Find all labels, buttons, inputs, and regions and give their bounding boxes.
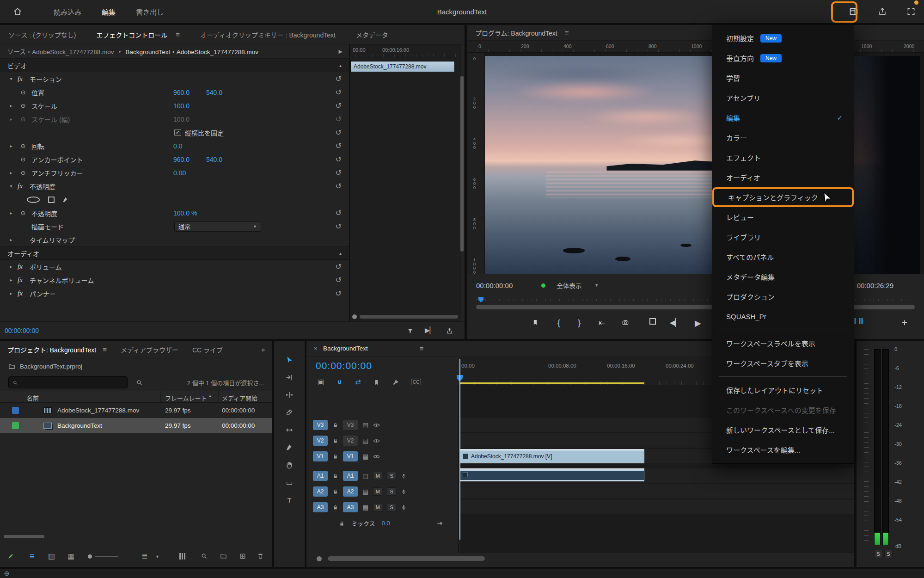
effect-opacity[interactable]: ▾ fx 不透明度 ↺ [0, 179, 349, 193]
effect-panner[interactable]: ▸ fx パンナー ↺ [0, 287, 349, 300]
panel-menu-icon[interactable]: ≡ [176, 31, 180, 38]
delete-icon[interactable] [257, 552, 264, 560]
label-color-chip[interactable] [12, 407, 19, 414]
lock-icon[interactable] [332, 488, 338, 495]
workspace-menu-item[interactable]: 編集 ✓ [712, 108, 854, 128]
stopwatch-icon[interactable]: ⊙ [18, 156, 28, 163]
reset-icon[interactable]: ↺ [336, 88, 342, 97]
sort-ascending-icon[interactable]: ▲ [208, 394, 212, 398]
mode-tab[interactable]: 読み込み [54, 7, 81, 17]
source-patch-button[interactable]: A1 [313, 471, 328, 481]
stopwatch-icon[interactable]: ⊙ [18, 89, 28, 96]
sequence-tab[interactable]: BackgroundText [323, 345, 368, 352]
chevron-down-icon[interactable]: ▾ [7, 184, 15, 189]
solo-button[interactable]: S [884, 550, 893, 558]
play-button[interactable]: ▶ [695, 318, 701, 328]
audio-section-header[interactable]: オーディオ ▴ [0, 246, 349, 260]
item-name[interactable]: AdobeStock_177477288.mov [57, 407, 139, 414]
chevron-right-icon[interactable]: ▸ [7, 143, 15, 148]
workspace-menu-item[interactable]: カラー ✓ [712, 128, 854, 148]
effect-controls-scrollbar[interactable] [460, 76, 464, 252]
chevron-right-icon[interactable]: ▸ [7, 291, 15, 296]
track-select-forward-tool[interactable] [282, 371, 296, 383]
slip-tool[interactable] [282, 424, 296, 436]
video-clip[interactable]: AdobeStock_177477288.mov [V] [460, 449, 644, 463]
panel-menu-icon[interactable]: ≡ [420, 344, 424, 352]
workspace-menu-item[interactable]: すべてのパネル ✓ [712, 247, 854, 267]
mute-button[interactable]: M [373, 472, 382, 480]
step-back-button[interactable]: ◀▏ [670, 318, 681, 327]
mix-value[interactable]: 0.0 [382, 520, 390, 527]
effect-controls-timecode[interactable]: 00:00:00:00 [5, 327, 39, 334]
hand-tool[interactable] [282, 459, 296, 471]
home-button[interactable] [13, 7, 22, 16]
pen-tool[interactable] [282, 442, 296, 453]
track-target-button[interactable]: V2 [343, 436, 358, 446]
mode-tab[interactable]: 編集 [102, 7, 116, 17]
chevron-right-icon[interactable]: ▸ [7, 264, 15, 269]
project-file-row[interactable]: BackgroundText.prproj [0, 358, 272, 374]
mini-timeline-ruler[interactable]: 00:0000:00:16:00 [350, 44, 461, 57]
workspace-menu-item[interactable]: オーディオ ✓ [712, 167, 854, 187]
tab-audio-clip-mixer[interactable]: オーディオクリップミキサー : BackgroundText [200, 30, 336, 39]
pen-mask-icon[interactable] [62, 196, 69, 203]
chevron-right-icon[interactable]: ▸ [7, 170, 15, 175]
zoom-slider-handle[interactable] [88, 554, 92, 559]
opacity-value[interactable]: 100.0 % [173, 209, 197, 217]
zoom-level-dropdown[interactable]: 全体表示 ▼ [557, 281, 599, 290]
track-keyframe-icon[interactable]: ▤ [362, 472, 368, 480]
project-item-row[interactable]: BackgroundText 29.97 fps 00:00:00:00 [0, 418, 272, 433]
tab-source[interactable]: ソース : (クリップなし) [8, 30, 76, 39]
captions-options-icon[interactable]: CC [411, 379, 421, 386]
rectangle-tool[interactable]: ▭ [282, 477, 296, 488]
type-tool[interactable]: T [282, 494, 296, 506]
solo-button[interactable]: S [387, 487, 396, 496]
mark-in-button[interactable]: { [557, 318, 560, 328]
workspace-menu-item[interactable]: 新しいワークスペースとして保存... ✓ [712, 420, 854, 440]
timeline-current-timecode[interactable]: 00:00:00:00 [316, 360, 372, 371]
ripple-edit-tool[interactable] [282, 389, 296, 400]
workspace-menu-item[interactable]: ライブラリ ✓ [712, 227, 854, 247]
automate-to-sequence-icon[interactable] [179, 553, 185, 560]
chevron-down-icon[interactable]: ▼ [155, 554, 159, 559]
tab-media-browser[interactable]: メディアブラウザー [121, 345, 178, 354]
safe-margins-button[interactable] [649, 318, 656, 326]
workspace-menu-item[interactable]: ワークスペースラベルを表示 ✓ [712, 333, 854, 353]
panel-menu-icon[interactable]: ≡ [103, 345, 107, 353]
export-frame-button[interactable] [622, 318, 629, 326]
workspaces-button[interactable] [849, 7, 858, 16]
lock-icon[interactable] [339, 519, 345, 527]
lock-icon[interactable] [332, 421, 338, 429]
chevron-right-icon[interactable]: ▸ [7, 210, 15, 215]
stopwatch-icon[interactable]: ⊙ [18, 142, 28, 149]
list-view-icon[interactable]: ≡ [30, 552, 35, 561]
stopwatch-icon[interactable]: ⊙ [18, 102, 28, 109]
column-framerate[interactable]: フレームレート [165, 394, 207, 402]
workspace-menu-item[interactable]: SQUASH_Pr ✓ [712, 307, 854, 326]
solo-button[interactable]: S [874, 550, 882, 558]
blend-mode-dropdown[interactable]: 通常 ▼ [174, 221, 261, 232]
fullscreen-button[interactable] [906, 7, 916, 16]
workspace-menu-item[interactable]: レビュー ✓ [712, 207, 854, 227]
quick-export-button[interactable] [878, 7, 887, 16]
workspace-menu-item[interactable]: ワークスペースを編集... ✓ [712, 440, 854, 460]
timeline-scrollbar-handle[interactable] [317, 556, 322, 561]
export-frame-icon[interactable] [446, 326, 453, 334]
workspace-menu-item[interactable]: エフェクト ✓ [712, 148, 854, 167]
stopwatch-icon[interactable]: ⊙ [18, 169, 28, 176]
eye-icon[interactable] [373, 437, 380, 444]
workspace-menu-item[interactable]: ✓ [719, 376, 847, 377]
track-target-button[interactable]: A3 [343, 502, 358, 512]
play-around-icon[interactable]: ▶▏ [425, 326, 435, 334]
track-keyframe-icon[interactable]: ▤ [362, 504, 368, 511]
search-box[interactable] [8, 376, 128, 388]
reset-icon[interactable]: ↺ [336, 276, 342, 284]
mic-icon[interactable] [401, 488, 407, 495]
icon-view-icon[interactable]: ▥ [48, 552, 55, 560]
eye-icon[interactable] [373, 421, 380, 429]
effect-controls-mini-timeline[interactable]: 00:0000:00:16:00 AdobeStock_177477288.mo… [349, 44, 461, 321]
column-name[interactable]: 名前 [27, 394, 39, 402]
mode-tab[interactable]: 書き出し [136, 7, 164, 17]
eye-icon[interactable] [373, 452, 380, 460]
scale-value[interactable]: 100.0 [173, 102, 190, 110]
